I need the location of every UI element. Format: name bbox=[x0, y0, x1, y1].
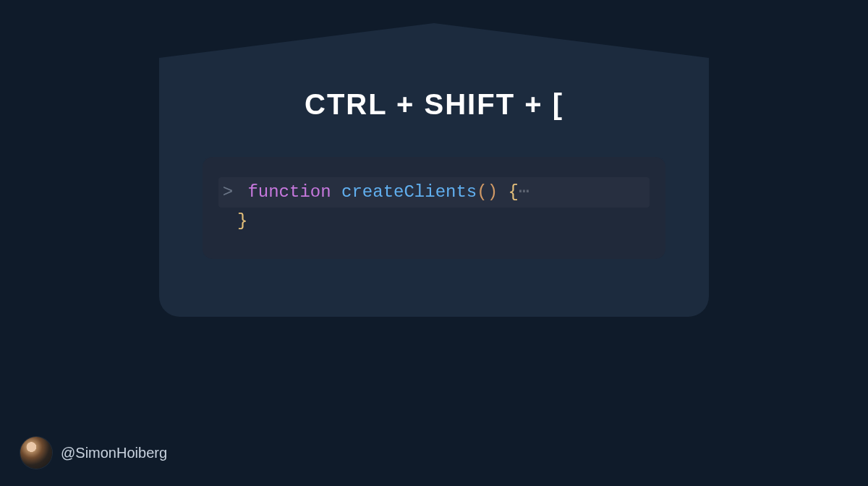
code-close-brace: } bbox=[237, 211, 247, 231]
code-parens: () bbox=[477, 182, 498, 202]
code-snippet: > function createClients() {⋯ } bbox=[203, 157, 665, 259]
card-body: CTRL + SHIFT + [ > function createClient… bbox=[159, 58, 709, 317]
shortcut-title: CTRL + SHIFT + [ bbox=[203, 88, 665, 121]
code-line-2: } bbox=[218, 208, 650, 235]
avatar bbox=[20, 437, 52, 469]
shortcut-card: CTRL + SHIFT + [ > function createClient… bbox=[159, 58, 709, 317]
author-handle: @SimonHoiberg bbox=[61, 445, 167, 461]
code-function-name: createClients bbox=[341, 182, 477, 202]
fold-chevron-icon: > bbox=[218, 179, 237, 206]
author-footer: @SimonHoiberg bbox=[20, 437, 167, 469]
code-open-brace: { bbox=[508, 182, 518, 202]
code-ellipsis: ⋯ bbox=[519, 182, 529, 202]
code-line-1: > function createClients() {⋯ bbox=[218, 177, 650, 208]
code-keyword: function bbox=[247, 182, 331, 202]
